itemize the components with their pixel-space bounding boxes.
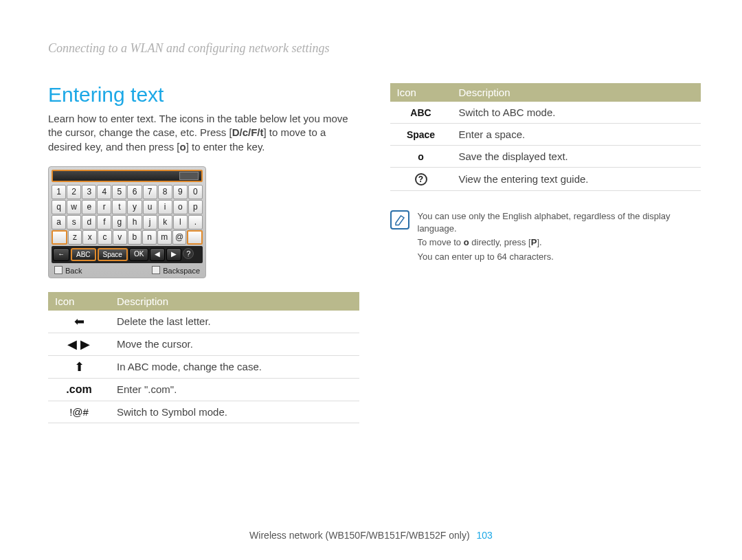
help-icon: ? (183, 248, 194, 259)
note-line: To move to o directly, press [P]. (418, 236, 701, 249)
keyboard-key: a (52, 215, 66, 229)
keyboard-key: w (67, 200, 81, 214)
keyboard-key: i (158, 200, 172, 214)
icon-label: .com (66, 383, 91, 395)
breadcrumb: Connecting to a WLAN and configuring net… (48, 41, 701, 56)
icon-label: Space (407, 129, 435, 140)
icon-table-right: Icon Description ABCSwitch to ABC mode.S… (390, 83, 701, 191)
icon-cell: o (390, 146, 452, 168)
description-cell: In ABC mode, change the case. (110, 355, 359, 378)
keyboard-key: 7 (143, 185, 157, 199)
note-text: directly, press [ (469, 237, 531, 247)
description-cell: View the entering text guide. (452, 168, 701, 191)
intro-keys: D/c/F/t (232, 126, 264, 138)
description-cell: Switch to ABC mode. (452, 102, 701, 124)
left-column: Entering text Learn how to enter text. T… (48, 83, 359, 423)
table-row: oSave the displayed text. (390, 146, 701, 168)
keyboard-pill: ▶ (166, 248, 181, 261)
keyboard-key: e (82, 200, 96, 214)
table-header-icon: Icon (48, 292, 110, 311)
keyboard-key: t (112, 200, 126, 214)
keyboard-key: c (98, 230, 112, 245)
table-header-desc: Description (452, 83, 701, 102)
keyboard-key: y (127, 200, 142, 214)
keyboard-key: d (82, 215, 96, 229)
section-title: Entering text (48, 83, 359, 107)
table-row: ◀ ▶Move the cursor. (48, 333, 359, 355)
description-cell: Enter a space. (452, 124, 701, 146)
keyboard-key: 4 (97, 185, 111, 199)
note-line: You can enter up to 64 characters. (418, 251, 701, 263)
table-header-desc: Description (110, 292, 359, 311)
keyboard-key: m (157, 230, 172, 245)
description-cell: Enter ".com". (110, 378, 359, 401)
note-key: o (464, 237, 469, 247)
keyboard-key: h (127, 215, 142, 229)
intro-okey: o (180, 141, 186, 153)
keyboard-key: v (113, 230, 127, 245)
keyboard-key: b (128, 230, 142, 245)
table-row: ?View the entering text guide. (390, 168, 701, 191)
table-header-icon: Icon (390, 83, 452, 102)
question-mark-icon: ? (415, 173, 427, 186)
keyboard-key: k (158, 215, 172, 229)
right-column: Icon Description ABCSwitch to ABC mode.S… (390, 83, 701, 423)
note-line: You can use only the English alphabet, r… (418, 210, 701, 235)
keyboard-key: 8 (158, 185, 172, 199)
keyboard-key: o (173, 200, 188, 214)
description-cell: Save the displayed text. (452, 146, 701, 168)
icon-cell: ⬅ (48, 311, 110, 333)
keyboard-pill: ABC (71, 248, 96, 261)
icon-cell: .com (48, 378, 110, 401)
footer-text: Wireless network (WB150F/WB151F/WB152F o… (249, 530, 470, 541)
keyboard-pill: Space (98, 248, 128, 261)
table-row: ABCSwitch to ABC mode. (390, 102, 701, 124)
note-text: To move to (418, 237, 464, 247)
intro-text-3: ] to enter the key. (186, 141, 265, 153)
note-text: ]. (537, 237, 541, 247)
description-cell: Move the cursor. (110, 333, 359, 355)
table-row: ⬆In ABC mode, change the case. (48, 355, 359, 378)
keyboard-key: 3 (82, 185, 96, 199)
icon-table-left: Icon Description ⬅Delete the last letter… (48, 292, 359, 423)
keyboard-key: 9 (173, 185, 188, 199)
keyboard-pill: OK (129, 248, 148, 261)
keyboard-key: s (67, 215, 81, 229)
icon-cell: ABC (390, 102, 452, 124)
description-cell: Delete the last letter. (110, 311, 359, 333)
intro-paragraph: Learn how to enter text. The icons in th… (48, 112, 359, 154)
keyboard-key: f (97, 215, 111, 229)
keyboard-key: q (52, 200, 66, 214)
keyboard-key: z (68, 230, 82, 245)
keyboard-key: u (143, 200, 157, 214)
arrows-lr-icon: ◀ ▶ (67, 337, 90, 351)
description-cell: Switch to Symbol mode. (110, 401, 359, 423)
keyboard-key: 0 (188, 185, 203, 199)
table-row: !@#Switch to Symbol mode. (48, 401, 359, 423)
keyboard-key: p (188, 200, 203, 214)
keyboard-key: 1 (52, 185, 66, 199)
keyboard-key: l (173, 215, 188, 229)
keyboard-key: 6 (127, 185, 142, 199)
keyboard-key: 2 (67, 185, 81, 199)
icon-label: ABC (410, 107, 431, 118)
keyboard-back-label: Back (54, 266, 82, 275)
note-icon (390, 210, 409, 229)
keyboard-key: j (143, 215, 157, 229)
keyboard-key (52, 230, 67, 245)
icon-cell: ⬆ (48, 355, 110, 378)
keyboard-key: @ (172, 230, 187, 245)
icon-cell: ◀ ▶ (48, 333, 110, 355)
icon-cell: Space (390, 124, 452, 146)
icon-label: !@# (69, 406, 89, 418)
icon-label: o (418, 151, 424, 162)
table-row: ⬅Delete the last letter. (48, 311, 359, 333)
arrow-up-thick-icon: ⬆ (74, 360, 85, 374)
keyboard-pill: ← (53, 248, 69, 261)
page-number: 103 (477, 530, 493, 541)
keyboard-key: . (188, 215, 203, 229)
keyboard-key (187, 230, 203, 245)
keyboard-key: r (97, 200, 111, 214)
keyboard-bottom-row: ←ABCSpaceOK◀▶? (52, 246, 203, 263)
keyboard-input-bar (52, 170, 203, 182)
